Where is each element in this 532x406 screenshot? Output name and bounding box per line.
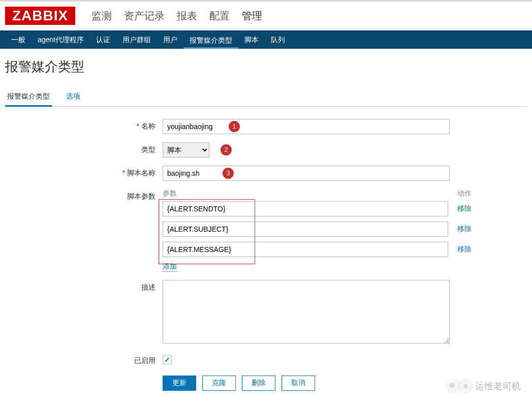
row-script-params: 脚本参数 参数 动作 移除移除移除 添加 (5, 189, 527, 272)
badge-1: 1 (229, 121, 240, 132)
badge-2: 2 (221, 144, 232, 155)
params-list: 移除移除移除 (163, 201, 478, 257)
wechat-icon (458, 379, 473, 391)
sub-nav-item[interactable]: 队列 (265, 30, 291, 49)
top-menu-item[interactable]: 报表 (171, 9, 203, 23)
sub-nav-item[interactable]: 认证 (90, 30, 116, 49)
type-select[interactable]: 脚本 (163, 142, 209, 158)
sub-nav: 一般agent代理程序认证用户群组用户报警媒介类型脚本队列 (0, 30, 532, 49)
watermark: 运维老司机 (446, 379, 521, 391)
top-menu-item[interactable]: 管理 (236, 9, 268, 23)
description-textarea[interactable] (163, 280, 450, 343)
badge-3: 3 (223, 168, 234, 179)
sub-nav-item[interactable]: agent代理程序 (32, 30, 90, 49)
sub-nav-item[interactable]: 用户群组 (116, 30, 157, 49)
content: 报警媒介类型选项 *名称 1 类型 脚本 2 *脚本名称 3 脚本参数 (0, 88, 532, 391)
label-type: 类型 (141, 145, 155, 153)
tabs: 报警媒介类型选项 (5, 88, 527, 107)
sub-nav-item[interactable]: 报警媒介类型 (183, 30, 238, 49)
update-button[interactable]: 更新 (163, 376, 196, 391)
top-menu-item[interactable]: 监测 (85, 9, 118, 23)
row-name: *名称 1 (5, 119, 527, 134)
required-mark: * (137, 122, 139, 130)
label-script-name: 脚本名称 (127, 169, 155, 177)
row-script-name: *脚本名称 3 (5, 166, 527, 181)
top-nav: ZABBIX 监测资产记录报表配置管理 (0, 0, 532, 30)
check-icon: ✓ (164, 356, 170, 364)
required-mark: * (122, 169, 125, 177)
label-name: 名称 (141, 122, 155, 130)
name-input[interactable] (163, 119, 450, 134)
param-input[interactable] (163, 242, 448, 257)
row-description: 描述 (5, 280, 527, 345)
tab[interactable]: 报警媒介类型 (5, 88, 52, 107)
add-param-link[interactable]: 添加 (163, 262, 177, 272)
params-header-right: 动作 (457, 189, 478, 198)
svg-point-0 (450, 383, 455, 388)
row-type: 类型 脚本 2 (5, 142, 527, 158)
sub-nav-item[interactable]: 用户 (157, 30, 183, 49)
form: *名称 1 类型 脚本 2 *脚本名称 3 脚本参数 (5, 107, 527, 391)
clone-button[interactable]: 克隆 (202, 376, 236, 391)
label-script-params: 脚本参数 (127, 192, 155, 200)
svg-point-1 (463, 384, 467, 388)
param-input[interactable] (163, 201, 448, 216)
watermark-text: 运维老司机 (475, 380, 521, 391)
remove-link[interactable]: 移除 (457, 204, 478, 213)
script-name-input[interactable] (163, 166, 450, 181)
page-title: 报警媒介类型 (0, 49, 532, 88)
remove-link[interactable]: 移除 (457, 245, 478, 254)
param-row: 移除 (163, 222, 478, 237)
remove-link[interactable]: 移除 (457, 225, 478, 234)
label-enabled: 已启用 (134, 356, 155, 364)
sub-nav-item[interactable]: 一般 (5, 30, 32, 49)
tab[interactable]: 选项 (64, 88, 82, 106)
params-header-left: 参数 (163, 189, 457, 198)
param-row: 移除 (163, 201, 478, 216)
param-input[interactable] (163, 222, 448, 237)
enabled-checkbox[interactable]: ✓ (163, 355, 172, 364)
top-menu: 监测资产记录报表配置管理 (85, 9, 268, 23)
sub-nav-item[interactable]: 脚本 (238, 30, 265, 49)
param-row: 移除 (163, 242, 478, 257)
logo: ZABBIX (5, 7, 75, 25)
delete-button[interactable]: 删除 (242, 376, 275, 391)
cancel-button[interactable]: 取消 (281, 376, 315, 391)
row-enabled: 已启用 ✓ (5, 353, 527, 365)
top-menu-item[interactable]: 配置 (203, 9, 236, 23)
top-menu-item[interactable]: 资产记录 (118, 9, 171, 23)
label-description: 描述 (141, 283, 155, 291)
